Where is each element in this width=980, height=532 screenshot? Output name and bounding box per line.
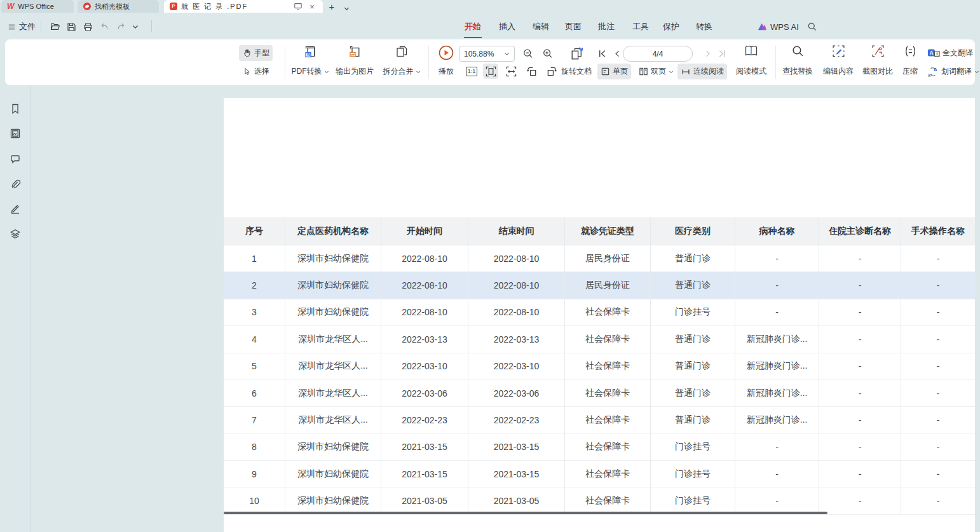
tab-docer-templates[interactable]: 找稻壳模板 <box>78 0 159 13</box>
prev-page-button[interactable] <box>611 48 623 59</box>
edit-content-button[interactable]: 编辑内容 <box>820 43 857 82</box>
wps-ai-icon <box>758 22 767 31</box>
tab-wps-office[interactable]: W WPS Office <box>1 0 74 13</box>
read-mode-button[interactable]: 阅读模式 <box>732 43 770 82</box>
table-row: 4深圳市龙华区人...2022-03-132022-03-13社会保障卡普通门诊… <box>224 326 975 353</box>
toolbar: 手型 选择 W PDF转换 输出为图片 拆分合并 播放 105.88% <box>5 39 975 85</box>
close-tab-icon[interactable]: × <box>307 1 317 11</box>
layers-panel-button[interactable] <box>8 227 22 241</box>
quick-access-chevron[interactable] <box>132 20 139 33</box>
reorganize-pages-button[interactable] <box>568 46 585 62</box>
file-menu-label: 文件 <box>19 21 36 32</box>
table-cell: - <box>735 488 819 515</box>
thumbnails-panel-button[interactable] <box>8 126 22 140</box>
fit-page-button[interactable] <box>483 64 498 79</box>
tab-label: WPS Office <box>18 3 54 10</box>
signature-panel-button[interactable] <box>8 201 22 215</box>
full-translate-button[interactable]: A文 全文翻译 <box>924 45 976 61</box>
split-merge-button[interactable]: 拆分合并 <box>379 43 424 82</box>
screen-share-icon[interactable] <box>293 1 303 11</box>
select-tool-button[interactable]: 选择 <box>239 64 273 79</box>
ribbon-tab-tools[interactable]: 工具 <box>629 21 652 32</box>
zoom-out-button[interactable] <box>522 48 534 59</box>
rotate-left-button[interactable] <box>524 64 539 79</box>
compress-button[interactable]: 压缩 <box>896 43 924 82</box>
medical-records-table: 序号定点医药机构名称开始时间结束时间就诊凭证类型医疗类别病种名称住院主诊断名称手… <box>224 217 975 515</box>
play-button[interactable]: 播放 <box>432 43 460 82</box>
table-cell: 深圳市龙华区人... <box>285 353 381 380</box>
find-replace-button[interactable]: 查找替换 <box>779 43 816 82</box>
table-cell: 2022-08-10 <box>468 299 565 326</box>
table-cell: 2022-08-10 <box>381 299 468 326</box>
screenshot-compare-label: 截图对比 <box>862 66 893 77</box>
page-indicator-box[interactable]: 4/4 <box>623 46 693 62</box>
hand-tool-button[interactable]: 手型 <box>239 45 273 61</box>
ribbon-tab-home[interactable]: 开始 <box>461 21 484 32</box>
ribbon-tab-edit[interactable]: 编辑 <box>529 21 552 32</box>
table-cell: 居民身份证 <box>565 272 651 299</box>
file-menu[interactable]: 文件 <box>8 20 36 33</box>
table-cell: 深圳市妇幼保健院 <box>285 245 381 272</box>
last-page-button[interactable] <box>716 48 728 59</box>
save-button[interactable] <box>66 20 77 33</box>
ribbon-tab-page[interactable]: 页面 <box>562 21 585 32</box>
table-cell: 深圳市龙华区人... <box>285 326 381 353</box>
table-cell: 门诊挂号 <box>651 488 735 515</box>
double-page-icon <box>639 67 648 76</box>
table-cell: 门诊挂号 <box>651 461 735 488</box>
table-cell: - <box>819 272 901 299</box>
redo-button[interactable] <box>116 20 126 33</box>
bookmarks-panel-button[interactable] <box>8 102 22 116</box>
ribbon-tab-protect[interactable]: 保护 <box>660 21 683 32</box>
table-header-cell: 医疗类别 <box>651 217 735 245</box>
wps-ai-button[interactable]: WPS AI <box>758 20 799 33</box>
ribbon-tab-insert[interactable]: 插入 <box>496 21 519 32</box>
edit-content-label: 编辑内容 <box>823 66 854 77</box>
word-translate-button[interactable]: xA 划词翻译 <box>924 64 980 79</box>
ribbon-tab-convert[interactable]: 转换 <box>693 21 716 32</box>
first-page-icon <box>597 49 607 58</box>
open-folder-icon <box>50 22 60 32</box>
next-page-button[interactable] <box>702 48 713 59</box>
table-row: 9深圳市妇幼保健院2021-03-152021-03-15社会保障卡门诊挂号--… <box>224 461 975 488</box>
export-image-button[interactable]: 输出为图片 <box>334 43 376 82</box>
table-cell: 2021-03-05 <box>381 488 468 515</box>
table-cell: 深圳市妇幼保健院 <box>285 488 381 515</box>
table-cell: - <box>819 488 901 515</box>
undo-button[interactable] <box>99 20 110 33</box>
screenshot-compare-button[interactable]: 截图对比 <box>859 43 896 82</box>
table-cell: 深圳市龙华区人... <box>285 407 381 433</box>
zoom-in-button[interactable] <box>542 48 554 59</box>
ribbon-tab-comment[interactable]: 批注 <box>595 21 618 32</box>
attachments-panel-button[interactable] <box>8 177 22 191</box>
pdf-convert-button[interactable]: W PDF转换 <box>289 43 331 82</box>
tab-list-chevron-icon[interactable] <box>341 3 351 13</box>
rotate-doc-label[interactable]: 旋转文档 <box>559 64 594 79</box>
zoom-level-select[interactable]: 105.88% <box>459 46 515 62</box>
table-header-cell: 手术操作名称 <box>901 217 975 245</box>
table-cell: 1 <box>224 245 285 272</box>
zoom-out-icon <box>522 48 534 60</box>
table-cell: - <box>819 434 901 461</box>
prev-page-icon <box>613 50 622 58</box>
first-page-button[interactable] <box>596 48 608 59</box>
zoom-level-value: 105.88% <box>464 50 494 58</box>
print-button[interactable] <box>83 20 93 33</box>
single-page-button[interactable]: 单页 <box>597 64 631 79</box>
menu-search-button[interactable] <box>807 20 817 33</box>
rotate-right-button[interactable] <box>544 64 559 79</box>
fit-width-button[interactable] <box>503 64 519 79</box>
double-page-button[interactable]: 双页 <box>636 64 677 79</box>
table-header-cell: 序号 <box>224 217 285 245</box>
comments-panel-button[interactable] <box>8 152 22 166</box>
redo-icon <box>116 22 126 32</box>
horizontal-scrollbar-thumb[interactable] <box>224 512 827 514</box>
new-tab-button[interactable]: + <box>327 1 337 11</box>
table-cell: 社会保障卡 <box>565 380 651 407</box>
continuous-read-button[interactable]: 连续阅读 <box>677 64 727 79</box>
actual-size-button[interactable]: 1:1 <box>464 64 479 79</box>
tab-document-pdf[interactable]: P 就 医 记 录 .PDF × <box>164 0 323 13</box>
table-cell: 门诊挂号 <box>651 434 735 461</box>
open-file-button[interactable] <box>50 20 60 33</box>
table-cell: 社会保障卡 <box>565 461 651 488</box>
